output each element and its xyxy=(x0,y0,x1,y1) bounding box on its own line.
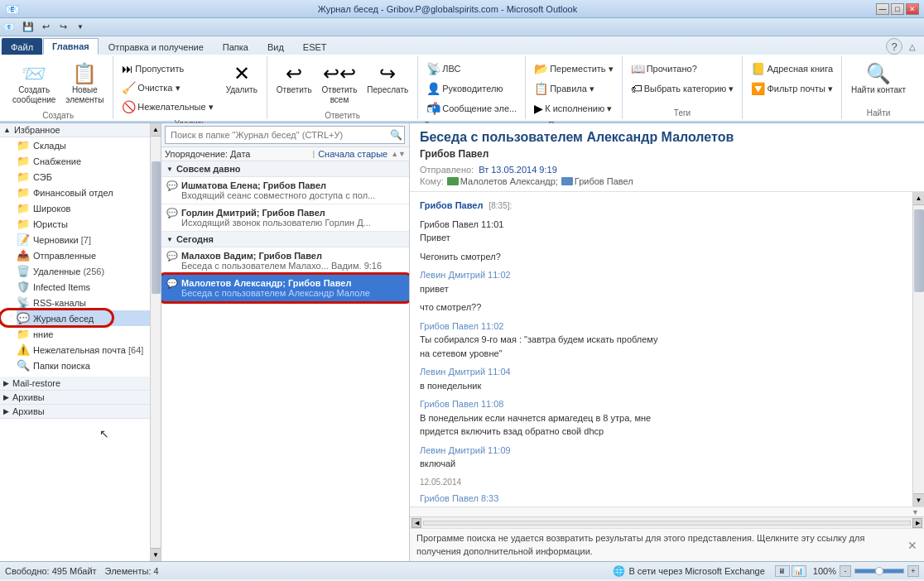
folder-item-search[interactable]: 🔍 Папки поиска xyxy=(0,358,150,373)
folder-item[interactable]: 📁 Юристы xyxy=(0,216,150,232)
folder-item-junk[interactable]: ⚠️ Нежелательная почта [64] xyxy=(0,342,150,358)
folder-item-rss[interactable]: 📡 RSS-каналы xyxy=(0,295,150,310)
folder-item-deleted[interactable]: 🗑️ Удаленные (256) xyxy=(0,263,150,279)
address-book-btn[interactable]: 📒 Адресная книга xyxy=(748,60,836,78)
skip-btn[interactable]: ⏭ Пропустить xyxy=(118,60,216,78)
archives1-label: Архивы xyxy=(12,392,45,402)
rules-btn[interactable]: 📋 Правила ▾ xyxy=(531,79,598,98)
scroll-down-btn[interactable]: ▼ xyxy=(151,548,161,561)
search-input[interactable] xyxy=(165,126,405,144)
title-bar: 📧 Журнал бесед - Gribov.P@globalspirits.… xyxy=(0,0,924,18)
tab-view[interactable]: Вид xyxy=(258,38,293,55)
folder-item-sent[interactable]: 📤 Отправленные xyxy=(0,247,150,263)
reading-scrollbar[interactable]: ▲ ▼ xyxy=(912,192,924,507)
folder-item[interactable]: 📁 СЭБ xyxy=(0,169,150,185)
tab-eset[interactable]: ESET xyxy=(294,38,336,55)
qat-redo[interactable]: ↪ xyxy=(55,20,70,35)
message-icon: 💬 xyxy=(166,208,178,218)
zoom-slider[interactable] xyxy=(854,569,904,574)
message-item-malakhov[interactable]: 💬 Малахов Вадим; Грибов Павел Беседа с п… xyxy=(161,247,409,275)
reading-scroll-up[interactable]: ▲ xyxy=(913,192,924,205)
zoom-out-btn[interactable]: - xyxy=(840,565,851,577)
run-btn[interactable]: ▶ К исполнению ▾ xyxy=(531,99,615,118)
message-row: 💬 Горлин Дмитрий; Грибов Павел Исходящий… xyxy=(166,208,404,228)
recipient-icon-2 xyxy=(561,177,573,185)
tab-file[interactable]: Файл xyxy=(2,38,42,55)
reply-btn[interactable]: ↩ Ответить xyxy=(272,60,316,98)
create-buttons: 📨 Создатьсообщение 📋 Новыеэлементы xyxy=(8,58,108,109)
folder-item-drafts[interactable]: 📝 Черновики [7] xyxy=(0,232,150,247)
qat-save[interactable]: 💾 xyxy=(21,20,36,35)
reading-sender: Грибов Павел xyxy=(420,148,914,160)
sort-label: Упорядочение: Дата xyxy=(165,149,310,159)
infected-icon: 🛡️ xyxy=(17,281,30,293)
status-icon-1[interactable]: 🖥 xyxy=(775,565,790,577)
close-btn[interactable]: ✕ xyxy=(906,3,919,15)
manager-btn[interactable]: 👤 Руководителю xyxy=(423,79,506,98)
search-btn[interactable]: 🔍 xyxy=(387,129,406,141)
ribbon-group-tags: 📖 Прочитано? 🏷 Выбрать категорию ▾ Теги xyxy=(623,56,744,119)
sort-bar: Упорядочение: Дата | Сначала старые ▲▼ xyxy=(161,147,409,161)
find-contact-btn[interactable]: 🔍 Найти контакт xyxy=(847,60,910,98)
combine-btn[interactable]: 📬 Сообщение эле... xyxy=(423,99,520,118)
ribbon-collapse-btn[interactable]: △ xyxy=(906,40,919,53)
message-item[interactable]: 💬 Горлин Дмитрий; Грибов Павел Исходящий… xyxy=(161,204,409,232)
new-items-btn[interactable]: 📋 Новыеэлементы xyxy=(61,60,108,108)
reading-expand-btn[interactable]: ▼ xyxy=(912,508,919,516)
folder-item[interactable]: 📁 Широков xyxy=(0,200,150,216)
message-item-maloletov[interactable]: 💬 Малолетов Александр; Грибов Павел Бесе… xyxy=(161,275,409,301)
drafts-count: [7] xyxy=(81,235,91,245)
scroll-up-btn[interactable]: ▲ xyxy=(151,123,161,137)
reading-scroll-thumb[interactable] xyxy=(914,209,924,292)
rss-icon: 📡 xyxy=(17,296,30,309)
tab-home[interactable]: Главная xyxy=(43,38,99,55)
reading-hscrollbar[interactable]: ◀ ▶ xyxy=(410,516,924,528)
move-btn[interactable]: 📂 Переместить ▾ xyxy=(531,60,616,78)
qat-undo[interactable]: ↩ xyxy=(38,20,53,35)
tab-folder[interactable]: Папка xyxy=(214,38,257,55)
ribbon-group-quick-actions: 📡 ЛВС 👤 Руководителю 📬 Сообщение эле... … xyxy=(418,56,526,119)
favorites-header[interactable]: ▲ Избранное xyxy=(0,123,150,137)
category-btn[interactable]: 🏷 Выбрать категорию ▾ xyxy=(628,79,738,98)
reading-scroll-down[interactable]: ▼ xyxy=(913,493,924,507)
folder-item-inne[interactable]: 📁 нние xyxy=(0,326,150,342)
hscroll-right-btn[interactable]: ▶ xyxy=(912,518,922,528)
help-btn[interactable]: ? xyxy=(886,38,902,55)
folder-item-infected[interactable]: 🛡️ Infected Items xyxy=(0,279,150,295)
filter-btn[interactable]: 🔽 Фильтр почты ▾ xyxy=(748,79,836,98)
chat-text: Левин Дмитрий 11:09 xyxy=(420,444,902,458)
status-icon-2[interactable]: 📊 xyxy=(792,565,806,577)
new-message-btn[interactable]: 📨 Создатьсообщение xyxy=(8,60,60,108)
forward-btn[interactable]: ↪ Переслать xyxy=(363,60,412,98)
zoom-in-btn[interactable]: + xyxy=(907,565,919,577)
run-label: К исполнению ▾ xyxy=(545,103,612,114)
archives2-header[interactable]: ▶ Архивы xyxy=(0,405,150,419)
folder-item-journal[interactable]: 💬 Журнал бесед xyxy=(17,310,150,326)
junk-btn[interactable]: 🚫 Нежелательные ▾ xyxy=(118,98,216,116)
deleted-count: (256) xyxy=(83,266,104,276)
delete-label: Удалить xyxy=(226,85,257,95)
ribbon-group-reply: ↩ Ответить ↩↩ Ответитьвсем ↪ Переслать О… xyxy=(267,56,418,119)
lbs-btn[interactable]: 📡 ЛВС xyxy=(423,60,464,78)
scroll-thumb[interactable] xyxy=(152,161,161,294)
clean-btn[interactable]: 🧹 Очистка ▾ xyxy=(118,79,216,97)
folder-item[interactable]: 📁 Снабжение xyxy=(0,153,150,169)
delete-btn[interactable]: ✕ Удалить xyxy=(222,60,262,98)
reading-info-close[interactable]: ✕ xyxy=(907,539,917,552)
hscroll-left-btn[interactable]: ◀ xyxy=(411,518,421,528)
minimize-btn[interactable]: — xyxy=(876,3,889,15)
read-btn[interactable]: 📖 Прочитано? xyxy=(628,60,700,78)
archives1-header[interactable]: ▶ Архивы xyxy=(0,391,150,405)
sort-order[interactable]: Сначала старые xyxy=(318,149,387,159)
qat-dropdown[interactable]: ▼ xyxy=(73,20,88,35)
address-book-icon: 📒 xyxy=(751,62,765,75)
tab-send-receive[interactable]: Отправка и получение xyxy=(99,38,213,55)
folder-item[interactable]: 📁 Склады xyxy=(0,137,150,153)
new-message-icon: 📨 xyxy=(22,62,46,85)
mail-restore-header[interactable]: ▶ Mail-restore xyxy=(0,377,150,391)
folder-item[interactable]: 📁 Финансовый отдел xyxy=(0,185,150,200)
message-item[interactable]: 💬 Ишматова Елена; Грибов Павел Входящий … xyxy=(161,177,409,204)
reply-all-btn[interactable]: ↩↩ Ответитьвсем xyxy=(318,60,362,108)
maximize-btn[interactable]: □ xyxy=(891,3,904,15)
sidebar-scrollbar[interactable]: ▲ ▼ xyxy=(150,123,161,561)
